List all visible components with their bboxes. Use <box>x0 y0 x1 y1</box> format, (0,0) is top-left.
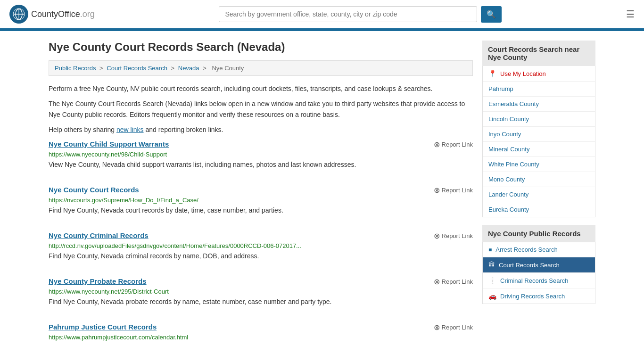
page-title: Nye County Court Records Search (Nevada) <box>49 41 473 54</box>
report-icon: ⊗ <box>434 140 440 149</box>
report-link-label: Report Link <box>442 187 473 194</box>
logo-area: CountyOffice.org <box>9 5 95 24</box>
result-title: Pahrump Justice Court Records <box>49 323 157 331</box>
sidebar-nearby-link[interactable]: Lincoln County <box>483 112 595 126</box>
description-3: Help others by sharing new links and rep… <box>49 124 473 135</box>
sidebar-nearby-link[interactable]: 📍Use My Location <box>483 66 595 81</box>
logo-icon <box>9 5 28 24</box>
hamburger-icon: ☰ <box>626 9 635 19</box>
sidebar-records-link[interactable]: 🚗Driving Records Search <box>483 288 595 304</box>
result-description: Find Nye County, Nevada court records by… <box>49 206 473 215</box>
sidebar: Court Records Search near Nye County 📍Us… <box>482 41 595 359</box>
report-link-label: Report Link <box>442 324 473 331</box>
sidebar-records-label: Driving Records Search <box>500 293 565 300</box>
report-link-label: Report Link <box>442 232 473 239</box>
breadcrumb-nevada[interactable]: Nevada <box>178 65 199 72</box>
report-icon: ⊗ <box>434 231 440 240</box>
breadcrumb-court-records[interactable]: Court Records Search <box>107 65 167 72</box>
report-link-label: Report Link <box>442 141 473 148</box>
report-link-button[interactable]: ⊗ Report Link <box>434 186 473 195</box>
report-icon: ⊗ <box>434 323 440 332</box>
search-icon: 🔍 <box>487 10 496 18</box>
court-icon: 🏛 <box>488 261 495 269</box>
result-title: Nye County Court Records <box>49 186 139 194</box>
sidebar-nearby-link[interactable]: Pahrump <box>483 82 595 96</box>
criminal-icon: ❕ <box>488 277 496 284</box>
nearby-list: 📍Use My LocationPahrumpEsmeralda CountyL… <box>482 66 595 217</box>
sidebar-records-link[interactable]: 🏛Court Records Search <box>483 257 595 272</box>
sidebar-nearby-label: Use My Location <box>500 70 546 77</box>
results-container: Nye County Child Support Warrants ⊗ Repo… <box>49 140 473 347</box>
sidebar-nearby-label: Mineral County <box>488 146 529 153</box>
result-title-link[interactable]: Nye County Criminal Records <box>49 231 149 239</box>
public-records-list: ■Arrest Records Search🏛Court Records Sea… <box>482 242 595 304</box>
breadcrumb-public-records[interactable]: Public Records <box>55 65 96 72</box>
driving-icon: 🚗 <box>488 292 496 300</box>
result-url[interactable]: https://www.nyecounty.net/98/Child-Suppo… <box>49 151 473 158</box>
result-header: Nye County Child Support Warrants ⊗ Repo… <box>49 140 473 149</box>
result-title-link[interactable]: Pahrump Justice Court Records <box>49 323 157 331</box>
sidebar-records-link[interactable]: ■Arrest Records Search <box>483 242 595 257</box>
description-1: Perform a free Nye County, NV public cou… <box>49 83 473 94</box>
sidebar-nearby-label: White Pine County <box>488 161 539 168</box>
sidebar-nearby-item: Lincoln County <box>483 112 595 127</box>
report-link-button[interactable]: ⊗ Report Link <box>434 231 473 240</box>
search-input[interactable] <box>219 6 477 22</box>
result-item: Pahrump Justice Court Records ⊗ Report L… <box>49 323 473 347</box>
result-header: Nye County Criminal Records ⊗ Report Lin… <box>49 231 473 240</box>
sidebar-nearby-item: 📍Use My Location <box>483 66 595 82</box>
sidebar-nearby-link[interactable]: Lander County <box>483 187 595 202</box>
sidebar-nearby-label: Lincoln County <box>488 115 529 123</box>
report-link-button[interactable]: ⊗ Report Link <box>434 277 473 286</box>
result-header: Nye County Probate Records ⊗ Report Link <box>49 277 473 286</box>
sidebar-nearby-item: Eureka County <box>483 202 595 217</box>
result-url[interactable]: http://rccd.nv.gov/uploadedFiles/gsdnvgo… <box>49 242 473 249</box>
result-title-link[interactable]: Nye County Probate Records <box>49 277 147 285</box>
sidebar-nearby-link[interactable]: Inyo County <box>483 127 595 141</box>
site-header: CountyOffice.org 🔍 ☰ <box>0 0 644 30</box>
sidebar-nearby-item: Pahrump <box>483 82 595 97</box>
result-header: Nye County Court Records ⊗ Report Link <box>49 186 473 195</box>
sidebar-nearby-link[interactable]: Mono County <box>483 172 595 187</box>
result-header: Pahrump Justice Court Records ⊗ Report L… <box>49 323 473 332</box>
sidebar-records-link[interactable]: ❕Criminal Records Search <box>483 273 595 288</box>
report-link-button[interactable]: ⊗ Report Link <box>434 323 473 332</box>
sidebar-nearby-link[interactable]: Mineral County <box>483 142 595 156</box>
sidebar-nearby-label: Esmeralda County <box>488 100 539 107</box>
sidebar-nearby-label: Lander County <box>488 191 528 198</box>
breadcrumb: Public Records > Court Records Search > … <box>49 60 473 76</box>
sidebar-nearby-link[interactable]: Eureka County <box>483 202 595 217</box>
result-description: Find Nye County, Nevada criminal records… <box>49 251 473 261</box>
sidebar-nearby-item: White Pine County <box>483 157 595 172</box>
sidebar-nearby-item: Lander County <box>483 187 595 202</box>
result-description: Find Nye County, Nevada probate records … <box>49 297 473 307</box>
menu-button[interactable]: ☰ <box>626 8 635 20</box>
sidebar-records-label: Criminal Records Search <box>500 277 569 284</box>
sidebar-nearby-item: Mono County <box>483 172 595 187</box>
report-link-button[interactable]: ⊗ Report Link <box>434 140 473 149</box>
description-2: The Nye County Court Records Search (Nev… <box>49 99 473 120</box>
breadcrumb-current: Nye County <box>212 65 244 72</box>
new-links-link[interactable]: new links <box>116 126 144 133</box>
sidebar-nearby-link[interactable]: Esmeralda County <box>483 97 595 111</box>
public-records-section-title: Nye County Public Records <box>482 225 595 242</box>
sidebar-records-item: ❕Criminal Records Search <box>483 273 595 288</box>
sidebar-nearby-item: Mineral County <box>483 142 595 157</box>
result-title-link[interactable]: Nye County Court Records <box>49 186 139 194</box>
sidebar-nearby-link[interactable]: White Pine County <box>483 157 595 172</box>
sidebar-nearby-label: Pahrump <box>488 85 513 92</box>
search-button[interactable]: 🔍 <box>481 6 502 23</box>
result-title: Nye County Probate Records <box>49 277 147 285</box>
report-icon: ⊗ <box>434 277 440 286</box>
result-url[interactable]: https://www.pahrumpjusticecourt.com/cale… <box>49 334 473 341</box>
sidebar-nearby-label: Mono County <box>488 176 525 183</box>
result-title-link[interactable]: Nye County Child Support Warrants <box>49 140 169 148</box>
result-item: Nye County Court Records ⊗ Report Link h… <box>49 186 473 220</box>
sidebar-nearby-label: Inyo County <box>488 131 521 138</box>
sidebar-records-label: Arrest Records Search <box>495 246 558 253</box>
result-item: Nye County Child Support Warrants ⊗ Repo… <box>49 140 473 174</box>
sidebar-records-label: Court Records Search <box>499 262 560 269</box>
search-area: 🔍 <box>219 6 502 23</box>
result-url[interactable]: https://nvcourts.gov/Supreme/How_Do_I/Fi… <box>49 197 473 204</box>
result-url[interactable]: https://www.nyecounty.net/295/District-C… <box>49 288 473 295</box>
